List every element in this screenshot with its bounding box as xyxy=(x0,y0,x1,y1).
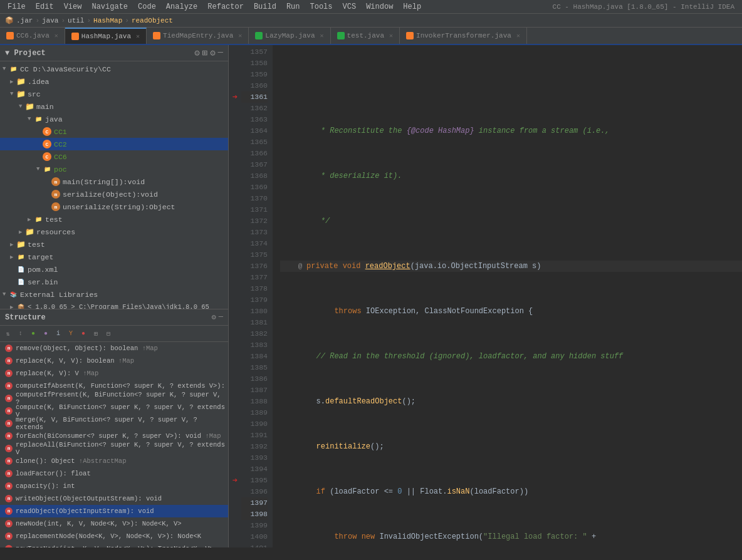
cc2-class-icon: C xyxy=(43,140,51,148)
menu-help[interactable]: Help xyxy=(399,1,425,13)
menu-vcs[interactable]: VCS xyxy=(339,1,360,13)
structure-settings-icon[interactable]: ⚙ xyxy=(212,313,216,322)
code-line-1363: // Read in the threshold (ignored), load… xyxy=(280,351,742,362)
code-scroll[interactable]: ➔ xyxy=(229,45,742,547)
tree-item-poc[interactable]: ▼ 📁 poc xyxy=(0,163,228,175)
tree-item-cc2[interactable]: C CC2 xyxy=(0,138,228,150)
menu-tools[interactable]: Tools xyxy=(306,1,337,13)
struct-item-12[interactable]: m writeObject(ObjectOutputStream): void xyxy=(0,492,228,505)
tab-test[interactable]: test.java ✕ xyxy=(331,28,400,44)
struct-btn-show-fields[interactable]: ● xyxy=(40,328,51,340)
tree-item-resources[interactable]: ▶ 📁 resources xyxy=(0,226,228,238)
struct-item-2[interactable]: m replace(K, V): V ↑Map xyxy=(0,367,228,380)
breadcrumb: 📦 .jar › java › util › HashMap › readObj… xyxy=(0,14,742,28)
tree-item-cc1[interactable]: C CC1 xyxy=(0,125,228,138)
struct-btn-show-inherited[interactable]: ● xyxy=(28,328,39,340)
tree-item-unserialize[interactable]: m unserialize(String):Object xyxy=(0,200,228,213)
tree-item-main[interactable]: ▼ 📁 main xyxy=(0,100,228,113)
struct-item-6[interactable]: m merge(K, V, BiFunction<? super V, ? su… xyxy=(0,417,228,430)
tree-item-jdk[interactable]: ▶ 📦 < 1.8.0_65 > C:\Program Files\Java\j… xyxy=(0,301,228,309)
struct-item-0[interactable]: m remove(Object, Object): boolean ↑Map xyxy=(0,342,228,355)
menu-run[interactable]: Run xyxy=(283,1,304,13)
tab-close-hashmap[interactable]: ✕ xyxy=(136,33,140,40)
tree-item-cc-root[interactable]: ▼ 📁 CC D:\JavaSecurity\CC xyxy=(0,63,228,75)
tree-item-test-folder[interactable]: ▶ 📁 test xyxy=(0,213,228,226)
struct-item-7[interactable]: m forEach(BiConsumer<? super K, ? super … xyxy=(0,430,228,442)
tree-item-src[interactable]: ▼ 📁 src xyxy=(0,88,228,100)
project-layout-icon[interactable]: ⊞ xyxy=(202,48,207,58)
tree-item-external-libs[interactable]: ▼ 📚 External Libraries xyxy=(0,288,228,301)
tab-close-test[interactable]: ✕ xyxy=(389,32,393,39)
project-header: ▼ Project ⚙ ⊞ ⚙ ─ xyxy=(0,45,228,61)
tree-item-idea[interactable]: ▶ 📁 .idea xyxy=(0,75,228,88)
resources-folder-icon: 📁 xyxy=(25,227,34,236)
breadcrumb-hashmap[interactable]: HashMap xyxy=(93,17,122,24)
struct-btn-show-public[interactable]: i xyxy=(53,328,64,340)
tab-hashmap[interactable]: HashMap.java ✕ xyxy=(65,28,147,44)
project-gear-icon[interactable]: ⚙ xyxy=(194,48,199,58)
menu-window[interactable]: Window xyxy=(362,1,397,13)
menu-edit[interactable]: Edit xyxy=(32,1,58,13)
tree-item-test-root[interactable]: ▶ 📁 test xyxy=(0,238,228,251)
tree-item-serbin[interactable]: 📄 ser.bin xyxy=(0,276,228,288)
breadcrumb-util[interactable]: util xyxy=(68,17,84,24)
struct-item-14[interactable]: m newNode(int, K, V, Node<K, V>): Node<K… xyxy=(0,517,228,530)
struct-btn-show-private[interactable]: ● xyxy=(78,328,89,340)
code-lines: * Reconstitute the {@code HashMap} insta… xyxy=(273,45,742,547)
project-title: ▼ Project xyxy=(5,49,46,58)
struct-item-3[interactable]: m computeIfAbsent(K, Function<? super K,… xyxy=(0,380,228,392)
tab-icon-hashmap xyxy=(71,33,79,40)
tree-item-cc6[interactable]: C CC6 xyxy=(0,150,228,163)
serbin-icon: 📄 xyxy=(16,277,25,286)
struct-item-11[interactable]: m capacity(): int xyxy=(0,480,228,492)
left-panel: ▼ Project ⚙ ⊞ ⚙ ─ ▼ 📁 CC D:\JavaSecurity… xyxy=(0,45,229,547)
struct-item-10[interactable]: m loadFactor(): float xyxy=(0,467,228,480)
tree-item-pomxml[interactable]: 📄 pom.xml xyxy=(0,263,228,276)
menu-analyze[interactable]: Analyze xyxy=(162,1,201,13)
struct-btn-collapse[interactable]: ⊟ xyxy=(103,328,114,340)
breadcrumb-java[interactable]: java xyxy=(42,17,58,24)
struct-item-5[interactable]: m compute(K, BiFunction<? super K, ? sup… xyxy=(0,405,228,417)
struct-item-4[interactable]: m computeIfPresent(K, BiFunction<? super… xyxy=(0,392,228,405)
struct-btn-show-protected[interactable]: Y xyxy=(65,328,76,340)
main-method-icon: m xyxy=(51,177,60,186)
struct-item-16[interactable]: m newTreeNode(int, K, V, Node<K, V>): Tr… xyxy=(0,542,228,547)
structure-panel: Structure ⚙ ─ ⇅ ↕ ● ● i Y ● ⊞ ⊟ m xyxy=(0,309,228,547)
structure-minimize-icon[interactable]: ─ xyxy=(219,313,223,322)
tab-close-invokertransformer[interactable]: ✕ xyxy=(516,32,520,39)
project-minimize-icon[interactable]: ─ xyxy=(218,48,223,58)
menu-build[interactable]: Build xyxy=(250,1,280,13)
target-folder-icon: 📁 xyxy=(16,252,25,261)
tab-tiedmapentry[interactable]: TiedMapEntry.java ✕ xyxy=(147,28,249,44)
struct-btn-expand[interactable]: ⊞ xyxy=(90,328,102,340)
tree-item-serialize[interactable]: m serialize(Object):void xyxy=(0,188,228,200)
struct-item-8[interactable]: m replaceAll(BiFunction<? super K, ? sup… xyxy=(0,442,228,455)
breadcrumb-jar-label[interactable]: .jar xyxy=(16,17,33,24)
tab-lazymap[interactable]: LazyMap.java ✕ xyxy=(249,28,330,44)
tree-item-main-method[interactable]: m main(String[]):void xyxy=(0,175,228,188)
struct-item-1[interactable]: m replace(K, V, V): boolean ↑Map xyxy=(0,355,228,367)
tab-cc6[interactable]: CC6.java ✕ xyxy=(0,28,65,44)
struct-btn-sort-type[interactable]: ↕ xyxy=(15,328,26,340)
tab-close-tiedmap[interactable]: ✕ xyxy=(238,32,242,39)
menu-code[interactable]: Code xyxy=(134,1,160,13)
tree-item-target[interactable]: ▶ 📁 target xyxy=(0,251,228,263)
tab-close-lazymap[interactable]: ✕ xyxy=(320,32,324,39)
struct-item-9[interactable]: m clone(): Object ↑AbstractMap xyxy=(0,455,228,467)
menu-view[interactable]: View xyxy=(60,1,86,13)
struct-item-15[interactable]: m replacementNode(Node<K, V>, Node<K, V>… xyxy=(0,530,228,542)
struct-item-readobject[interactable]: m readObject(ObjectInputStream): void xyxy=(0,505,228,517)
jdk-icon: 📦 xyxy=(16,303,25,309)
menu-file[interactable]: File xyxy=(4,1,29,13)
menu-refactor[interactable]: Refactor xyxy=(204,1,248,13)
code-line-1360: */ xyxy=(280,215,742,227)
test-root-icon: 📁 xyxy=(16,240,25,249)
tree-item-java[interactable]: ▼ 📁 java xyxy=(0,113,228,125)
main-layout: ▼ Project ⚙ ⊞ ⚙ ─ ▼ 📁 CC D:\JavaSecurity… xyxy=(0,45,742,547)
tab-close-cc6[interactable]: ✕ xyxy=(55,32,58,39)
tab-invokertransformer[interactable]: InvokerTransformer.java ✕ xyxy=(400,28,527,44)
breadcrumb-readobject[interactable]: readObject xyxy=(132,17,173,24)
struct-btn-sort-alpha[interactable]: ⇅ xyxy=(3,328,14,340)
menu-navigate[interactable]: Navigate xyxy=(88,1,132,13)
project-settings-icon[interactable]: ⚙ xyxy=(210,48,215,58)
